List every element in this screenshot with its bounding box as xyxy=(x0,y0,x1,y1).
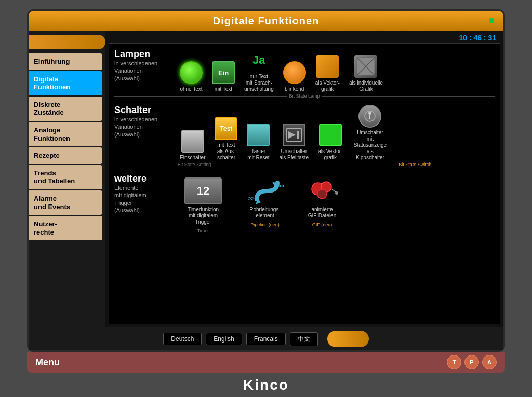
lamp-green-icon[interactable] xyxy=(180,61,203,84)
pfeiltaste-icon[interactable] xyxy=(283,124,305,146)
lang-deutsch[interactable]: Deutsch xyxy=(163,333,202,345)
schalter-vektor: als Vektor-grafik xyxy=(318,124,342,161)
taster-label: Tastermit Reset xyxy=(247,148,269,161)
einschalter-label: Einschalter xyxy=(180,155,205,161)
sidebar-item-trends-tabellen[interactable]: Trendsund Tabellen xyxy=(29,165,102,189)
lampen-divider: Bit State Lamp xyxy=(114,93,495,99)
sidebar-item-analoge-funktionen[interactable]: AnalogeFunktionen xyxy=(29,122,102,146)
content-panel: Lampen in verschiedenenVariationen(Auswa… xyxy=(109,43,500,324)
sidebar-item-diskrete-zustaende[interactable]: DiskreteZustände xyxy=(29,97,102,121)
weitere-header: weitere Elementemit digitalemTrigger(Aus… xyxy=(114,173,495,234)
sidebar-item-alarme-events[interactable]: Alarmeund Events xyxy=(29,190,102,215)
sidebar-item-rezepte[interactable]: Rezepte xyxy=(29,147,102,164)
lamp-ohne-text: ohne Text xyxy=(180,61,203,92)
time-display: 10 : 46 : 31 xyxy=(109,34,500,42)
schalter-test: Test mit Textals Aus-schalter xyxy=(215,117,237,161)
lampen-items: ohne Text Ein mit Text Ja nur Textmit Sp… xyxy=(180,49,383,92)
menu-btn-a[interactable]: A xyxy=(482,355,497,369)
pipeline-icon[interactable]: >> >> xyxy=(246,177,284,204)
lamp-individual-icon[interactable] xyxy=(354,55,377,78)
svg-rect-4 xyxy=(297,131,299,139)
schalter-einschalter: Einschalter xyxy=(180,130,205,161)
svg-point-12 xyxy=(317,189,327,199)
vektor-s-icon[interactable] xyxy=(319,124,342,146)
schalter-section: Schalter in verschiedenenVariationen(Aus… xyxy=(114,105,495,167)
weitere-timer: 12 Timerfunktionmit digitalem Trigger Ti… xyxy=(180,177,227,234)
schalter-statusanzeige: Umschaltermit Statusanzeigeals Kippschal… xyxy=(352,105,388,161)
lamp-mit-text: Ein mit Text xyxy=(212,61,235,92)
lamp-blinkend: blinkend xyxy=(283,61,306,92)
sidebar-item-digitale-funktionen[interactable]: DigitaleFunktionen xyxy=(29,71,102,95)
pfeiltaste-label: Umschalterals Pfeiltaste xyxy=(279,148,309,161)
menu-label: Menu xyxy=(35,357,60,368)
lamp-mit-text-label: mit Text xyxy=(215,86,232,92)
schalter-divider-setting: Bit State Setting xyxy=(178,162,211,167)
lampen-title-block: Lampen in verschiedenenVariationen(Auswa… xyxy=(114,49,171,82)
menu-bar: Menu T P A xyxy=(27,352,505,373)
lamp-ohne-text-label: ohne Text xyxy=(180,86,202,92)
svg-marker-3 xyxy=(288,131,296,139)
kinco-footer: Kinco xyxy=(243,377,289,393)
content-area: 10 : 46 : 31 Lampen in verschiedenenVari… xyxy=(105,31,503,327)
lampen-title: Lampen xyxy=(114,49,171,60)
lamp-blink-icon[interactable] xyxy=(283,61,306,84)
schalter-divider: Bit State Setting Bit State Switch xyxy=(114,162,495,167)
top-bar: Digitale Funktionen xyxy=(29,11,503,31)
schalter-subtitle: in verschiedenenVariationen(Auswahl) xyxy=(114,116,171,138)
menu-controls: T P A xyxy=(447,355,497,369)
sidebar-decoration xyxy=(29,35,105,49)
lamp-vektor: als Vektor-grafik xyxy=(315,55,340,92)
svg-point-6 xyxy=(368,112,371,115)
schalter-taster: Tastermit Reset xyxy=(247,124,270,161)
lamp-blinkend-label: blinkend xyxy=(285,86,304,92)
menu-btn-p[interactable]: P xyxy=(464,355,479,369)
status-dot xyxy=(489,18,494,23)
timer-label: Timerfunktionmit digitalem Trigger xyxy=(180,207,227,225)
lamp-vector-icon[interactable] xyxy=(316,55,339,78)
schalter-div-left xyxy=(114,165,176,165)
bottom-gold-bar xyxy=(327,331,369,347)
pipeline-label: Rohrleitungs-element xyxy=(249,207,280,219)
lampen-section: Lampen in verschiedenenVariationen(Auswa… xyxy=(114,49,495,99)
taster-icon[interactable] xyxy=(247,124,270,146)
schalter-div-mid xyxy=(213,165,396,165)
svg-line-13 xyxy=(331,189,336,192)
schalter-pfeiltaste: Umschalterals Pfeiltaste xyxy=(279,124,309,161)
lamp-ja-icon[interactable]: Ja xyxy=(247,49,270,72)
gif-icon[interactable] xyxy=(303,177,341,204)
switch-icon[interactable] xyxy=(181,130,204,153)
sidebar-item-einfuehrung[interactable]: Einführung xyxy=(29,53,102,70)
weitere-pipeline: >> >> Rohrleitungs-element Pipeline (neu… xyxy=(246,177,284,227)
schalter-title: Schalter xyxy=(114,105,171,116)
lampen-subtitle: in verschiedenenVariationen(Auswahl) xyxy=(114,60,171,82)
lamp-nur-text-label: nur Textmit Sprach-umschaltung xyxy=(244,74,274,92)
statusanzeige-icon[interactable] xyxy=(358,105,381,128)
lang-francais[interactable]: Francais xyxy=(246,333,286,345)
timer-icon[interactable]: 12 xyxy=(184,177,222,204)
test-icon[interactable]: Test xyxy=(215,117,237,140)
weitere-subtitle: Elementemit digitalemTrigger(Auswahl) xyxy=(114,184,171,214)
weitere-items: 12 Timerfunktionmit digitalem Trigger Ti… xyxy=(180,177,341,234)
schalter-items: Einschalter Test mit Textals Aus-schalte… xyxy=(180,105,388,161)
schalter-divider-switch: Bit State Switch xyxy=(398,162,431,167)
lang-chinese[interactable]: 中文 xyxy=(290,332,318,346)
lamp-individual-svg xyxy=(356,57,376,76)
sidebar: Einführung DigitaleFunktionen DiskreteZu… xyxy=(29,31,105,327)
lang-english[interactable]: English xyxy=(206,333,242,345)
gif-label: animierteGIF-Dateien xyxy=(308,207,336,219)
lamp-ein-icon[interactable]: Ein xyxy=(212,61,235,84)
test-label: mit Textals Aus-schalter xyxy=(217,142,236,161)
lamp-nur-text: Ja nur Textmit Sprach-umschaltung xyxy=(244,49,274,92)
gif-divider: GIF (neu) xyxy=(312,222,332,227)
sidebar-item-nutzerrechte[interactable]: Nutzer-rechte xyxy=(29,216,102,240)
weitere-title: weitere xyxy=(114,173,171,184)
divider-line-left xyxy=(114,96,287,97)
next-svg xyxy=(288,130,300,140)
schalter-div-right xyxy=(433,165,495,165)
menu-btn-t[interactable]: T xyxy=(447,355,461,369)
lamp-individual: als individuelleGrafik xyxy=(349,55,383,92)
main-area: Einführung DigitaleFunktionen DiskreteZu… xyxy=(29,31,503,327)
vektor-s-label: als Vektor-grafik xyxy=(318,148,342,161)
pfeiltaste-inner xyxy=(286,128,302,142)
timer-value: 12 xyxy=(197,184,209,198)
